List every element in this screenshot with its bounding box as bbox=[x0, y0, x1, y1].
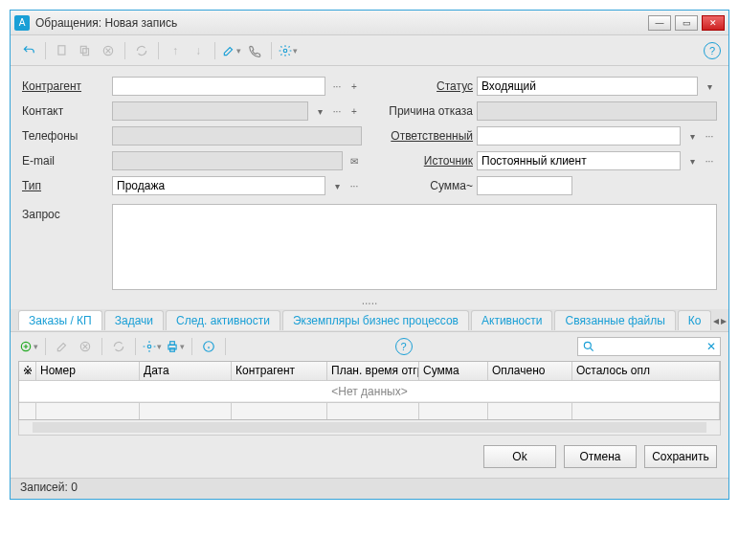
chevron-down-icon[interactable]: ▾ bbox=[329, 176, 345, 195]
tab-next-icon[interactable]: ▸ bbox=[721, 314, 727, 327]
gear-icon[interactable] bbox=[278, 40, 299, 61]
clear-search-icon[interactable]: ✕ bbox=[706, 340, 716, 353]
tab-related-files[interactable]: Связанные файлы bbox=[554, 310, 675, 330]
horizontal-scrollbar[interactable] bbox=[18, 420, 721, 436]
status-bar: Записей: 0 bbox=[11, 478, 728, 499]
add-icon[interactable] bbox=[18, 336, 39, 357]
refresh-icon[interactable] bbox=[131, 40, 152, 61]
copy-icon[interactable] bbox=[75, 40, 96, 61]
phone-icon[interactable] bbox=[244, 40, 265, 61]
phones-input[interactable] bbox=[112, 126, 362, 146]
delete-icon[interactable] bbox=[98, 40, 119, 61]
delete-row-icon[interactable] bbox=[75, 336, 96, 357]
pencil-icon[interactable] bbox=[52, 336, 73, 357]
svg-rect-0 bbox=[58, 45, 65, 54]
close-button[interactable]: ✕ bbox=[702, 15, 725, 31]
type-input[interactable]: Продажа bbox=[112, 176, 325, 195]
tabs: Заказы / КП Задачи След. активности Экзе… bbox=[11, 309, 728, 332]
search-icon bbox=[582, 340, 595, 353]
more-icon[interactable]: ··· bbox=[702, 126, 717, 146]
info-icon[interactable] bbox=[198, 336, 219, 357]
sum-input[interactable] bbox=[477, 176, 572, 195]
tab-orders[interactable]: Заказы / КП bbox=[18, 310, 102, 330]
gear-grid-icon[interactable] bbox=[142, 336, 163, 357]
form-area: Контрагент ···+ Контакт ▾···+ Телефоны E… bbox=[11, 66, 728, 200]
plus-icon[interactable]: + bbox=[347, 77, 362, 96]
titlebar: A Обращения: Новая запись — ▭ ✕ bbox=[11, 11, 728, 35]
contractor-input[interactable] bbox=[112, 77, 325, 96]
tab-more[interactable]: Ко bbox=[678, 310, 712, 330]
col-number[interactable]: Номер bbox=[36, 362, 140, 380]
request-textarea[interactable] bbox=[112, 204, 717, 290]
request-label: Запрос bbox=[22, 204, 108, 290]
tab-next-activities[interactable]: След. активности bbox=[166, 310, 280, 330]
data-grid: ※ Номер Дата Контрагент План. время отгр… bbox=[18, 361, 721, 420]
down-icon[interactable]: ↓ bbox=[188, 40, 209, 61]
col-remaining[interactable]: Осталось опл bbox=[572, 362, 720, 380]
tab-bp-instances[interactable]: Экземпляры бизнес процессов bbox=[282, 310, 469, 330]
tab-prev-icon[interactable]: ◂ bbox=[713, 314, 719, 327]
more-icon[interactable]: ··· bbox=[329, 101, 345, 121]
plus-icon[interactable]: + bbox=[347, 101, 362, 121]
status-value: Входящий bbox=[481, 79, 536, 93]
contact-input[interactable] bbox=[112, 101, 308, 121]
svg-rect-9 bbox=[170, 342, 175, 346]
type-label: Тип bbox=[22, 179, 108, 192]
help-grid-icon[interactable]: ? bbox=[395, 338, 413, 355]
minimize-button[interactable]: — bbox=[648, 15, 671, 31]
app-icon: A bbox=[14, 15, 30, 31]
grid-search[interactable]: ✕ bbox=[577, 337, 721, 356]
tab-activities[interactable]: Активности bbox=[471, 310, 552, 330]
contact-label: Контакт bbox=[22, 104, 108, 118]
cancel-button[interactable]: Отмена bbox=[564, 445, 637, 468]
mail-icon[interactable]: ✉ bbox=[347, 151, 362, 170]
status-label: Статус bbox=[377, 79, 473, 93]
phones-label: Телефоны bbox=[22, 129, 108, 143]
chevron-down-icon[interactable]: ▾ bbox=[684, 126, 700, 146]
col-contractor[interactable]: Контрагент bbox=[232, 362, 327, 380]
save-button[interactable]: Сохранить bbox=[644, 445, 717, 468]
reject-reason-input[interactable] bbox=[477, 101, 717, 121]
edit-icon[interactable] bbox=[221, 40, 242, 61]
email-label: E-mail bbox=[22, 154, 108, 168]
back-icon[interactable] bbox=[18, 40, 39, 61]
col-paid[interactable]: Оплачено bbox=[488, 362, 572, 380]
window-title: Обращения: Новая запись bbox=[35, 16, 648, 30]
refresh-grid-icon[interactable] bbox=[108, 336, 129, 357]
more-icon[interactable]: ··· bbox=[347, 176, 362, 195]
chevron-down-icon[interactable]: ▾ bbox=[312, 101, 327, 121]
source-value: Постоянный клиент bbox=[481, 154, 587, 168]
grid-header: ※ Номер Дата Контрагент План. время отгр… bbox=[19, 362, 720, 381]
grid-toolbar: ? ✕ bbox=[11, 332, 728, 361]
request-area: Запрос bbox=[11, 200, 728, 290]
chevron-down-icon[interactable]: ▾ bbox=[684, 151, 700, 170]
new-icon[interactable] bbox=[52, 40, 73, 61]
grid-footer bbox=[19, 402, 720, 419]
ok-button[interactable]: Ok bbox=[483, 445, 556, 468]
source-input[interactable]: Постоянный клиент bbox=[477, 151, 681, 170]
main-toolbar: ↑ ↓ ? bbox=[11, 35, 728, 66]
svg-point-4 bbox=[283, 49, 287, 53]
help-icon[interactable]: ? bbox=[704, 42, 721, 59]
main-window: A Обращения: Новая запись — ▭ ✕ ↑ ↓ ? Ко… bbox=[10, 10, 729, 500]
source-label: Источник bbox=[377, 154, 473, 168]
col-plan-ship[interactable]: План. время отгр bbox=[327, 362, 419, 380]
more-icon[interactable]: ··· bbox=[329, 77, 345, 96]
separator-dots: ..... bbox=[11, 294, 728, 307]
reject-reason-label: Причина отказа bbox=[377, 104, 473, 118]
grid-selector-col[interactable]: ※ bbox=[19, 362, 36, 380]
chevron-down-icon[interactable]: ▾ bbox=[702, 77, 717, 96]
maximize-button[interactable]: ▭ bbox=[675, 15, 698, 31]
more-icon[interactable]: ··· bbox=[702, 151, 717, 170]
col-date[interactable]: Дата bbox=[140, 362, 232, 380]
email-input[interactable] bbox=[112, 151, 343, 170]
up-icon[interactable]: ↑ bbox=[165, 40, 186, 61]
tab-tasks[interactable]: Задачи bbox=[104, 310, 164, 330]
responsible-input[interactable] bbox=[477, 126, 681, 146]
col-sum[interactable]: Сумма bbox=[419, 362, 488, 380]
grid-empty-text: <Нет данных> bbox=[19, 381, 720, 402]
sum-label: Сумма~ bbox=[377, 179, 473, 192]
status-input[interactable]: Входящий bbox=[477, 77, 698, 96]
print-icon[interactable] bbox=[165, 336, 186, 357]
svg-rect-2 bbox=[83, 48, 89, 55]
